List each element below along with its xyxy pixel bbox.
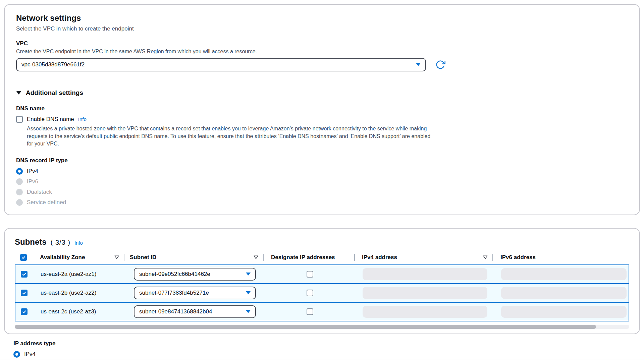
section-divider [5, 81, 639, 81]
row-checkbox[interactable] [21, 308, 28, 315]
designate-ip-cell [264, 265, 356, 283]
scrollbar-thumb[interactable] [15, 325, 596, 329]
checkmark-icon [22, 272, 26, 277]
subnet-select[interactable]: subnet-09e84741368842b04 [134, 305, 256, 318]
ipv4-address-input [363, 268, 487, 280]
chevron-down-icon [246, 291, 251, 294]
row-select-cell [15, 284, 41, 302]
subnets-table-body: us-east-2a (use2-az1) subnet-09e052fc66b… [15, 264, 629, 321]
radio-ip-type-ipv4-label: IPv4 [24, 351, 36, 358]
ipv4-address-cell [356, 284, 494, 302]
subnets-title: Subnets [15, 237, 47, 247]
vpc-select[interactable]: vpc-0305d38d879e661f2 [16, 58, 426, 71]
table-row[interactable]: us-east-2c (use2-az3) subnet-09e84741368… [15, 302, 629, 321]
radio-service-defined: Service defined [16, 199, 628, 206]
sort-filter-icon[interactable] [253, 255, 259, 260]
ip-address-type-label: IP address type [13, 340, 633, 347]
table-row[interactable]: us-east-2a (use2-az1) subnet-09e052fc66b… [15, 265, 629, 283]
subnet-select-value: subnet-09e052fc66b41462e [139, 271, 210, 278]
availability-zone-cell: us-east-2b (use2-az2) [41, 284, 125, 302]
sort-filter-icon[interactable] [482, 255, 488, 260]
column-ipv6-address: IPv6 address [493, 250, 629, 264]
subnets-info-link[interactable]: Info [74, 240, 83, 246]
ipv4-address-input [363, 306, 487, 318]
column-label: Designate IP addresses [271, 254, 335, 261]
page-bottom-divider [0, 360, 644, 360]
sort-filter-icon[interactable] [114, 255, 120, 260]
availability-zone-value: us-east-2c (use2-az3) [41, 308, 96, 315]
designate-ip-checkbox[interactable] [307, 271, 313, 278]
dns-record-ip-type-label: DNS record IP type [16, 157, 628, 164]
chevron-down-icon [246, 273, 251, 276]
ipv6-address-input [501, 306, 627, 318]
subnet-id-cell: subnet-077f7383fd4b5271e [125, 284, 264, 302]
vpc-label: VPC [16, 40, 628, 47]
radio-disabled-icon [16, 189, 23, 195]
availability-zone-cell: us-east-2c (use2-az3) [41, 303, 125, 321]
radio-disabled-icon [16, 199, 23, 206]
dns-name-label: DNS name [16, 105, 628, 112]
designate-ip-cell [264, 284, 356, 302]
subnets-table-header: Availability Zone Subnet ID Designate IP… [15, 250, 629, 264]
radio-ipv4[interactable]: IPv4 [16, 168, 628, 175]
ipv6-address-cell [494, 284, 629, 302]
table-row[interactable]: us-east-2b (use2-az2) subnet-077f7383fd4… [15, 283, 629, 302]
ip-address-type-section: IP address type IPv4 IPv6 Dualstack [0, 334, 644, 361]
row-checkbox[interactable] [21, 271, 28, 278]
designate-ip-checkbox[interactable] [307, 308, 313, 315]
additional-settings-toggle[interactable]: Additional settings [16, 89, 628, 97]
enable-dns-info-link[interactable]: Info [78, 116, 87, 122]
ipv4-address-cell [356, 303, 494, 321]
row-select-cell [15, 303, 41, 321]
row-select-cell [15, 265, 41, 283]
designate-ip-checkbox[interactable] [307, 290, 313, 296]
subnet-select[interactable]: subnet-077f7383fd4b5271e [134, 287, 256, 299]
vpc-select-value: vpc-0305d38d879e661f2 [21, 61, 85, 68]
subnets-title-row: Subnets ( 3/3 ) Info [15, 237, 629, 247]
column-label: Availability Zone [40, 254, 85, 261]
network-settings-card: Network settings Select the VPC in which… [4, 4, 640, 215]
vpc-description: Create the VPC endpoint in the VPC in th… [16, 49, 628, 55]
column-label: IPv6 address [500, 254, 536, 261]
ipv6-address-input [501, 268, 627, 280]
row-checkbox[interactable] [21, 290, 28, 296]
radio-service-defined-label: Service defined [27, 199, 66, 206]
ipv4-address-input [363, 287, 487, 299]
availability-zone-value: us-east-2a (use2-az1) [41, 271, 96, 278]
horizontal-scrollbar[interactable] [15, 325, 629, 329]
column-availability-zone: Availability Zone [40, 250, 124, 264]
ipv6-address-cell [494, 303, 629, 321]
subnet-select-value: subnet-09e84741368842b04 [139, 308, 212, 315]
column-label: IPv4 address [362, 254, 397, 261]
refresh-icon [435, 60, 445, 70]
designate-ip-cell [264, 303, 356, 321]
subnet-select-value: subnet-077f7383fd4b5271e [139, 290, 209, 296]
column-subnet-id: Subnet ID [124, 250, 264, 264]
radio-dualstack-label: Dualstack [27, 189, 52, 195]
refresh-button[interactable] [435, 60, 445, 70]
enable-dns-description: Associates a private hosted zone with th… [27, 125, 431, 148]
page-title: Network settings [16, 13, 628, 23]
ipv4-address-cell [356, 265, 494, 283]
triangle-down-icon [16, 91, 21, 95]
radio-disabled-icon [16, 178, 23, 185]
vpc-select-row: vpc-0305d38d879e661f2 [16, 58, 628, 71]
enable-dns-label: Enable DNS name [27, 116, 74, 123]
enable-dns-checkbox[interactable] [16, 116, 23, 123]
chevron-down-icon [416, 63, 421, 66]
checkmark-icon [21, 255, 26, 260]
radio-ipv6: IPv6 [16, 178, 628, 185]
select-all-cell [15, 250, 40, 264]
network-settings-subtitle: Select the VPC in which to create the en… [16, 25, 628, 32]
radio-dualstack: Dualstack [16, 189, 628, 195]
subnet-select[interactable]: subnet-09e052fc66b41462e [134, 268, 256, 281]
enable-dns-row: Enable DNS name Info [16, 116, 628, 123]
radio-selected-icon [16, 168, 23, 175]
column-label: Subnet ID [130, 254, 156, 261]
radio-ipv6-label: IPv6 [27, 178, 38, 185]
availability-zone-cell: us-east-2a (use2-az1) [41, 265, 125, 283]
select-all-checkbox[interactable] [20, 254, 27, 261]
subnets-count: ( 3/3 ) [51, 239, 70, 246]
radio-ip-type-ipv4[interactable]: IPv4 [13, 351, 633, 358]
column-ipv4-address: IPv4 address [355, 250, 493, 264]
